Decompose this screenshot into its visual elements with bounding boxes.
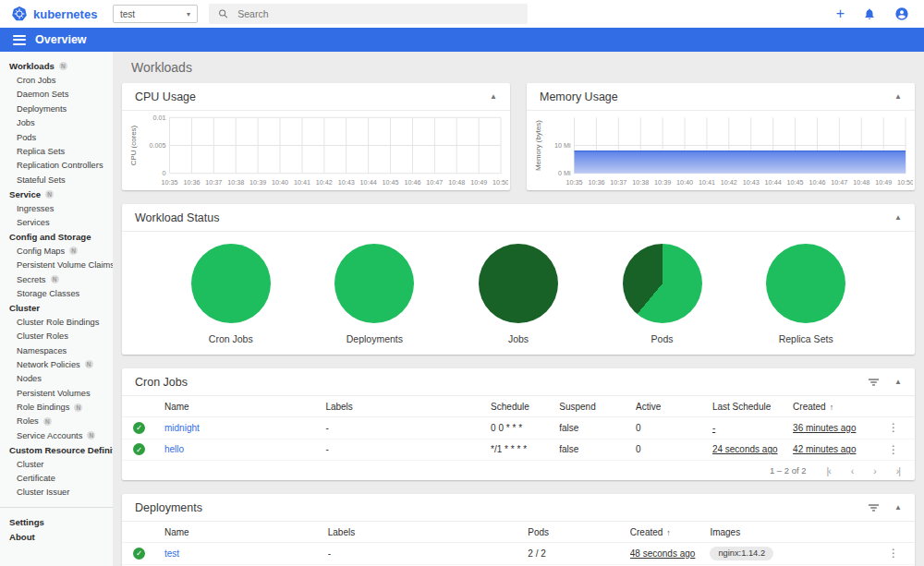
namespaced-badge: N — [45, 190, 54, 199]
workload-pie-cron-jobs: Cron Jobs — [176, 244, 286, 344]
column-header-created[interactable]: Created↑ — [630, 527, 711, 537]
sidebar-item-settings[interactable]: Settings — [0, 515, 113, 529]
sidebar-item-secrets[interactable]: SecretsN — [0, 272, 113, 286]
kubernetes-logo[interactable]: kubernetes — [0, 6, 113, 22]
sidebar-item-stateful-sets[interactable]: Stateful Sets — [0, 173, 113, 187]
filter-icon[interactable] — [868, 378, 880, 387]
sidebar-item-network-policies[interactable]: Network PoliciesN — [0, 357, 113, 371]
svg-text:10:40: 10:40 — [272, 178, 288, 187]
collapse-caret-icon[interactable]: ▲ — [894, 92, 902, 101]
sidebar-item-about[interactable]: About — [0, 530, 113, 544]
sidebar-item-label: Cluster Role Bindings — [17, 318, 99, 327]
notifications-bell-icon[interactable] — [863, 7, 876, 20]
sidebar-item-certificate[interactable]: Certificate — [0, 471, 113, 485]
hamburger-menu-icon[interactable] — [13, 35, 26, 45]
sidebar-item-cluster-issuer[interactable]: Cluster Issuer — [0, 486, 113, 500]
cpu-usage-chart: 10:3510:3610:3710:3810:3910:4010:4110:42… — [122, 111, 510, 190]
sidebar-item-cluster-roles[interactable]: Cluster Roles — [0, 329, 113, 343]
sidebar-item-label: Role Bindings — [17, 403, 69, 412]
column-header-created[interactable]: Created↑ — [793, 402, 881, 412]
user-account-icon[interactable] — [894, 6, 909, 21]
sidebar-item-ingresses[interactable]: Ingresses — [0, 201, 113, 215]
column-header-labels[interactable]: Labels — [328, 527, 529, 537]
timestamp-link[interactable]: - — [712, 423, 715, 433]
sidebar-section-config-and-storage[interactable]: Config and Storage — [0, 230, 113, 244]
sidebar-item-cron-jobs[interactable]: Cron Jobs — [0, 73, 113, 87]
svg-text:10:36: 10:36 — [183, 178, 200, 187]
svg-text:0.01: 0.01 — [152, 114, 165, 122]
sidebar-item-persistent-volumes[interactable]: Persistent Volumes — [0, 386, 113, 400]
sidebar-section-custom-resource-definitions[interactable]: Custom Resource Definitions — [0, 443, 113, 457]
timestamp-link[interactable]: 42 minutes ago — [793, 444, 856, 454]
sidebar-item-deployments[interactable]: Deployments — [0, 102, 113, 115]
timestamp-link[interactable]: 24 seconds ago — [712, 444, 778, 454]
cell-text: 2 / 2 — [528, 548, 545, 559]
svg-text:10:38: 10:38 — [227, 178, 244, 187]
sidebar-section-service[interactable]: ServiceN — [0, 187, 113, 201]
namespace-select[interactable]: test ▾ — [113, 5, 198, 23]
row-menu-button[interactable]: ⋮ — [881, 547, 906, 560]
sidebar-item-services[interactable]: Services — [0, 215, 113, 229]
column-header-labels[interactable]: Labels — [325, 402, 491, 412]
sidebar-item-cluster-role-bindings[interactable]: Cluster Role Bindings — [0, 315, 113, 329]
sidebar-item-role-bindings[interactable]: Role BindingsN — [0, 400, 113, 414]
resource-link[interactable]: test — [164, 548, 179, 559]
column-header-last-schedule[interactable]: Last Schedule — [712, 402, 793, 412]
svg-text:10:50: 10:50 — [492, 178, 508, 187]
search-input[interactable] — [237, 8, 518, 19]
column-header-name[interactable]: Name — [164, 402, 325, 412]
timestamp-link[interactable]: 36 minutes ago — [793, 423, 856, 433]
row-menu-button[interactable]: ⋮ — [881, 443, 906, 456]
sidebar-item-namespaces[interactable]: Namespaces — [0, 343, 113, 357]
timestamp-link[interactable]: 48 seconds ago — [630, 548, 696, 559]
collapse-caret-icon[interactable]: ▲ — [490, 92, 497, 101]
svg-text:Memory (bytes): Memory (bytes) — [534, 120, 542, 171]
last-page-button[interactable]: ›| — [896, 465, 900, 476]
column-header-pods[interactable]: Pods — [528, 527, 629, 537]
collapse-caret-icon[interactable]: ▲ — [894, 503, 902, 512]
sidebar-item-pods[interactable]: Pods — [0, 130, 113, 144]
search-bar[interactable] — [209, 4, 528, 24]
sidebar-section-cluster[interactable]: Cluster — [0, 301, 113, 315]
sidebar-item-config-maps[interactable]: Config MapsN — [0, 244, 113, 258]
resource-link[interactable]: midnight — [164, 423, 200, 433]
pie-label: Jobs — [508, 333, 529, 344]
sidebar-item-persistent-volume-claims[interactable]: Persistent Volume ClaimsN — [0, 258, 113, 271]
cell-suspend: false — [559, 444, 636, 454]
cell-name: hello — [164, 444, 325, 454]
sidebar-item-replica-sets[interactable]: Replica Sets — [0, 144, 113, 158]
cell-text: - — [325, 444, 328, 454]
sidebar-item-nodes[interactable]: Nodes — [0, 372, 113, 386]
column-header-active[interactable]: Active — [636, 402, 712, 412]
resource-link[interactable]: hello — [164, 444, 184, 454]
column-header-suspend[interactable]: Suspend — [559, 402, 636, 412]
collapse-caret-icon[interactable]: ▲ — [894, 213, 902, 222]
column-header-schedule[interactable]: Schedule — [491, 402, 559, 412]
sidebar-item-label: Ingresses — [17, 204, 54, 213]
sidebar-divider — [0, 507, 113, 508]
sidebar-item-service-accounts[interactable]: Service AccountsN — [0, 428, 113, 442]
sidebar-item-roles[interactable]: RolesN — [0, 415, 113, 428]
page-title: Workloads — [131, 60, 915, 75]
create-resource-button[interactable]: + — [836, 6, 845, 21]
column-header-name[interactable]: Name — [164, 527, 328, 537]
sidebar-item-daemon-sets[interactable]: Daemon Sets — [0, 88, 113, 102]
sidebar-item-jobs[interactable]: Jobs — [0, 116, 113, 130]
sidebar-item-label: Stateful Sets — [17, 175, 66, 185]
sidebar-item-replication-controllers[interactable]: Replication Controllers — [0, 159, 113, 173]
first-page-button[interactable]: |‹ — [827, 465, 831, 476]
svg-text:10:50: 10:50 — [897, 178, 913, 187]
sidebar-item-cluster[interactable]: Cluster — [0, 457, 113, 471]
svg-text:0: 0 — [163, 169, 166, 177]
collapse-caret-icon[interactable]: ▲ — [894, 378, 902, 386]
sidebar-item-storage-classes[interactable]: Storage Classes — [0, 286, 113, 300]
sidebar-item-label: Storage Classes — [17, 289, 79, 298]
row-menu-button[interactable]: ⋮ — [881, 421, 906, 434]
filter-icon[interactable] — [868, 503, 880, 512]
sidebar-item-label: Config Maps — [17, 247, 65, 256]
next-page-button[interactable]: › — [873, 465, 876, 476]
column-header-images[interactable]: Images — [710, 527, 881, 537]
sidebar-section-workloads[interactable]: WorkloadsN — [0, 59, 113, 73]
sidebar-item-label: Replication Controllers — [17, 161, 103, 170]
previous-page-button[interactable]: ‹ — [851, 465, 854, 476]
